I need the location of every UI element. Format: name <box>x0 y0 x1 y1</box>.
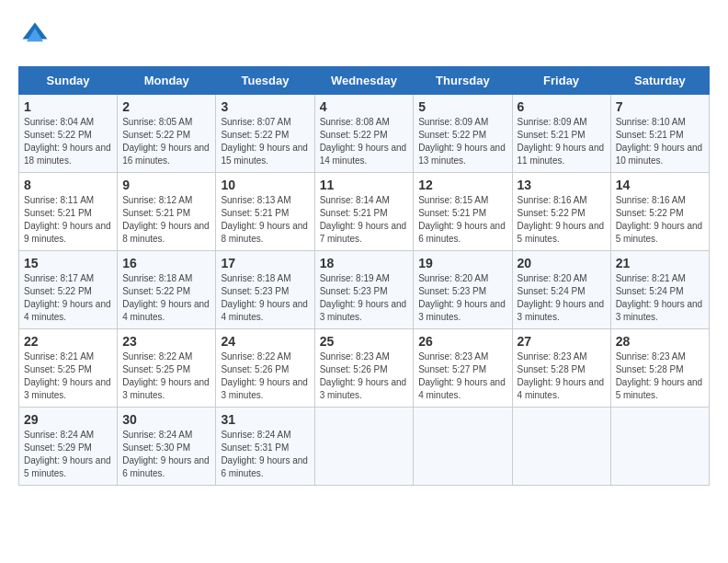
day-info: Sunrise: 8:11 AMSunset: 5:21 PMDaylight:… <box>24 194 112 246</box>
day-info: Sunrise: 8:04 AMSunset: 5:22 PMDaylight:… <box>24 116 112 167</box>
day-info: Sunrise: 8:19 AMSunset: 5:23 PMDaylight:… <box>320 272 409 324</box>
weekday-header: Wednesday <box>314 67 414 95</box>
day-info: Sunrise: 8:23 AMSunset: 5:26 PMDaylight:… <box>320 350 409 402</box>
calendar-cell: 14Sunrise: 8:16 AMSunset: 5:22 PMDayligh… <box>610 173 709 251</box>
day-number: 3 <box>221 99 309 114</box>
calendar-week-row: 29Sunrise: 8:24 AMSunset: 5:29 PMDayligh… <box>19 408 710 486</box>
day-info: Sunrise: 8:18 AMSunset: 5:22 PMDaylight:… <box>122 272 210 324</box>
day-number: 21 <box>616 256 704 270</box>
calendar-cell: 16Sunrise: 8:18 AMSunset: 5:22 PMDayligh… <box>118 251 216 329</box>
calendar-cell: 23Sunrise: 8:22 AMSunset: 5:25 PMDayligh… <box>118 329 216 408</box>
day-info: Sunrise: 8:20 AMSunset: 5:24 PMDaylight:… <box>518 272 606 324</box>
calendar-cell: 30Sunrise: 8:24 AMSunset: 5:30 PMDayligh… <box>118 408 216 486</box>
calendar-cell: 13Sunrise: 8:16 AMSunset: 5:22 PMDayligh… <box>512 173 610 251</box>
calendar-cell: 31Sunrise: 8:24 AMSunset: 5:31 PMDayligh… <box>216 408 314 486</box>
day-number: 30 <box>122 412 210 427</box>
day-number: 9 <box>122 178 210 192</box>
calendar-cell: 15Sunrise: 8:17 AMSunset: 5:22 PMDayligh… <box>19 251 118 329</box>
calendar-cell: 18Sunrise: 8:19 AMSunset: 5:23 PMDayligh… <box>314 251 414 329</box>
day-number: 16 <box>122 256 210 270</box>
calendar-cell: 26Sunrise: 8:23 AMSunset: 5:27 PMDayligh… <box>414 329 512 408</box>
weekday-header: Saturday <box>610 67 709 95</box>
day-number: 28 <box>616 334 704 349</box>
day-info: Sunrise: 8:22 AMSunset: 5:25 PMDaylight:… <box>122 350 210 402</box>
calendar-cell: 12Sunrise: 8:15 AMSunset: 5:21 PMDayligh… <box>414 173 512 251</box>
day-info: Sunrise: 8:13 AMSunset: 5:21 PMDaylight:… <box>221 194 309 246</box>
calendar-cell: 29Sunrise: 8:24 AMSunset: 5:29 PMDayligh… <box>19 408 118 486</box>
calendar-cell <box>610 408 709 486</box>
day-info: Sunrise: 8:20 AMSunset: 5:23 PMDaylight:… <box>418 272 506 324</box>
calendar-week-row: 1Sunrise: 8:04 AMSunset: 5:22 PMDaylight… <box>19 95 710 173</box>
logo-icon <box>18 18 51 52</box>
day-info: Sunrise: 8:09 AMSunset: 5:21 PMDaylight:… <box>518 116 606 167</box>
day-info: Sunrise: 8:23 AMSunset: 5:28 PMDaylight:… <box>616 350 704 402</box>
calendar-cell: 19Sunrise: 8:20 AMSunset: 5:23 PMDayligh… <box>414 251 512 329</box>
calendar-cell: 4Sunrise: 8:08 AMSunset: 5:22 PMDaylight… <box>314 95 414 173</box>
calendar-week-row: 22Sunrise: 8:21 AMSunset: 5:25 PMDayligh… <box>19 329 710 408</box>
day-number: 4 <box>320 99 409 114</box>
calendar-cell: 10Sunrise: 8:13 AMSunset: 5:21 PMDayligh… <box>216 173 314 251</box>
day-number: 13 <box>518 178 606 192</box>
day-info: Sunrise: 8:07 AMSunset: 5:22 PMDaylight:… <box>221 116 309 167</box>
calendar-cell: 24Sunrise: 8:22 AMSunset: 5:26 PMDayligh… <box>216 329 314 408</box>
weekday-header: Tuesday <box>216 67 314 95</box>
calendar-cell: 1Sunrise: 8:04 AMSunset: 5:22 PMDaylight… <box>19 95 118 173</box>
calendar-table: SundayMondayTuesdayWednesdayThursdayFrid… <box>18 66 710 486</box>
day-info: Sunrise: 8:05 AMSunset: 5:22 PMDaylight:… <box>122 116 210 167</box>
calendar-cell: 8Sunrise: 8:11 AMSunset: 5:21 PMDaylight… <box>19 173 118 251</box>
weekday-header: Friday <box>512 67 610 95</box>
day-info: Sunrise: 8:23 AMSunset: 5:27 PMDaylight:… <box>418 350 506 402</box>
day-info: Sunrise: 8:22 AMSunset: 5:26 PMDaylight:… <box>221 350 309 402</box>
weekday-header: Monday <box>118 67 216 95</box>
weekday-header: Sunday <box>19 67 118 95</box>
calendar-cell: 27Sunrise: 8:23 AMSunset: 5:28 PMDayligh… <box>512 329 610 408</box>
weekday-header: Thursday <box>414 67 512 95</box>
day-number: 20 <box>518 256 606 270</box>
calendar-cell: 20Sunrise: 8:20 AMSunset: 5:24 PMDayligh… <box>512 251 610 329</box>
calendar-cell: 22Sunrise: 8:21 AMSunset: 5:25 PMDayligh… <box>19 329 118 408</box>
calendar-cell <box>314 408 414 486</box>
day-info: Sunrise: 8:10 AMSunset: 5:21 PMDaylight:… <box>616 116 704 167</box>
calendar-cell: 25Sunrise: 8:23 AMSunset: 5:26 PMDayligh… <box>314 329 414 408</box>
day-info: Sunrise: 8:09 AMSunset: 5:22 PMDaylight:… <box>418 116 506 167</box>
day-number: 14 <box>616 178 704 192</box>
day-info: Sunrise: 8:24 AMSunset: 5:31 PMDaylight:… <box>221 429 309 480</box>
day-number: 25 <box>320 334 409 349</box>
day-info: Sunrise: 8:08 AMSunset: 5:22 PMDaylight:… <box>320 116 409 167</box>
day-number: 23 <box>122 334 210 349</box>
calendar-week-row: 8Sunrise: 8:11 AMSunset: 5:21 PMDaylight… <box>19 173 710 251</box>
day-number: 8 <box>24 178 112 192</box>
calendar-cell: 11Sunrise: 8:14 AMSunset: 5:21 PMDayligh… <box>314 173 414 251</box>
calendar-cell: 5Sunrise: 8:09 AMSunset: 5:22 PMDaylight… <box>414 95 512 173</box>
day-number: 15 <box>24 256 112 270</box>
day-info: Sunrise: 8:15 AMSunset: 5:21 PMDaylight:… <box>418 194 506 246</box>
calendar-cell <box>414 408 512 486</box>
day-number: 24 <box>221 334 309 349</box>
calendar-week-row: 15Sunrise: 8:17 AMSunset: 5:22 PMDayligh… <box>19 251 710 329</box>
day-number: 26 <box>418 334 506 349</box>
day-info: Sunrise: 8:16 AMSunset: 5:22 PMDaylight:… <box>616 194 704 246</box>
calendar-cell: 6Sunrise: 8:09 AMSunset: 5:21 PMDaylight… <box>512 95 610 173</box>
logo <box>18 18 57 52</box>
day-info: Sunrise: 8:16 AMSunset: 5:22 PMDaylight:… <box>518 194 606 246</box>
day-info: Sunrise: 8:23 AMSunset: 5:28 PMDaylight:… <box>518 350 606 402</box>
day-number: 6 <box>518 99 606 114</box>
calendar-cell: 9Sunrise: 8:12 AMSunset: 5:21 PMDaylight… <box>118 173 216 251</box>
day-info: Sunrise: 8:24 AMSunset: 5:30 PMDaylight:… <box>122 429 210 480</box>
day-info: Sunrise: 8:21 AMSunset: 5:25 PMDaylight:… <box>24 350 112 402</box>
calendar-cell: 17Sunrise: 8:18 AMSunset: 5:23 PMDayligh… <box>216 251 314 329</box>
day-info: Sunrise: 8:12 AMSunset: 5:21 PMDaylight:… <box>122 194 210 246</box>
day-info: Sunrise: 8:17 AMSunset: 5:22 PMDaylight:… <box>24 272 112 324</box>
day-number: 19 <box>418 256 506 270</box>
day-number: 17 <box>221 256 309 270</box>
calendar-cell: 21Sunrise: 8:21 AMSunset: 5:24 PMDayligh… <box>610 251 709 329</box>
day-number: 10 <box>221 178 309 192</box>
day-info: Sunrise: 8:24 AMSunset: 5:29 PMDaylight:… <box>24 429 112 480</box>
calendar-cell <box>512 408 610 486</box>
calendar-cell: 2Sunrise: 8:05 AMSunset: 5:22 PMDaylight… <box>118 95 216 173</box>
day-info: Sunrise: 8:14 AMSunset: 5:21 PMDaylight:… <box>320 194 409 246</box>
day-number: 18 <box>320 256 409 270</box>
calendar-cell: 28Sunrise: 8:23 AMSunset: 5:28 PMDayligh… <box>610 329 709 408</box>
day-number: 22 <box>24 334 112 349</box>
page-header <box>18 18 710 52</box>
